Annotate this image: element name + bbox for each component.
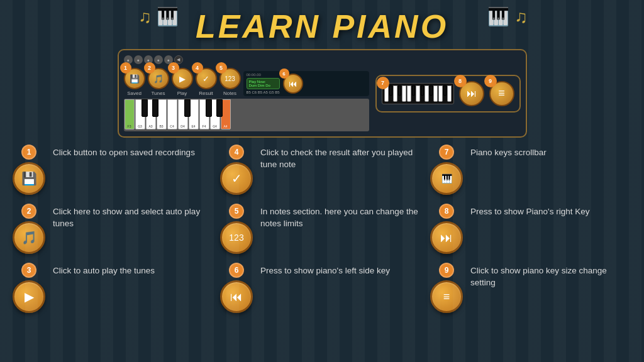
music-notes-right: 🎹 ♫ <box>487 6 528 27</box>
black-key-5[interactable] <box>216 99 223 117</box>
inst-6-icon[interactable]: ⏮ <box>220 280 253 313</box>
saved-label: Saved <box>127 90 142 96</box>
black-key-2[interactable] <box>152 99 158 117</box>
scrollbar-7-wrapper: 7 <box>382 83 454 104</box>
inst-2-icon[interactable]: 🎵 <box>13 221 45 254</box>
sk-bk-3 <box>412 85 415 96</box>
tunes-btn-mockup[interactable]: 2 🎵 Tunes <box>148 68 169 96</box>
key-group-6: F4 <box>199 99 209 131</box>
inst-7-icon[interactable]: 🎹 <box>430 162 463 195</box>
instruction-7: 7 🎹 Piano keys scrollbar <box>430 145 631 195</box>
notes-label: Notes <box>223 90 236 96</box>
badge-6: 6 <box>279 69 289 79</box>
sk-6 <box>425 85 429 102</box>
inst-1-btn-group: 1 💾 <box>13 145 45 195</box>
left-scroll-btn-wrapper: 6 ⏮ <box>283 74 303 94</box>
play-info: 00:00.00 Play Now: Dum Dim Do B5 C6 B5 A… <box>247 73 280 94</box>
result-btn-mockup[interactable]: 4 ✓ Result <box>196 68 217 96</box>
inst-badge-7: 7 <box>439 145 454 160</box>
badge-3: 3 <box>168 62 179 74</box>
inst-2-text: Click here to show and select auto play … <box>53 204 214 230</box>
sk-bk-5 <box>430 85 433 96</box>
sk-4 <box>407 85 411 102</box>
top-ui-panel: ● ● ● ● ● ◀ 1 💾 Saved 2 🎵 <box>0 49 644 138</box>
inst-2-btn-group: 2 🎵 <box>13 204 45 254</box>
mini-btn-2[interactable]: ● <box>134 55 143 64</box>
inst-9-icon[interactable]: ≡ <box>430 280 463 313</box>
result-label: Result <box>199 90 213 96</box>
sk-2 <box>393 85 397 102</box>
instruction-5: 5 123 In notes section. here you can cha… <box>220 204 424 254</box>
right-instructions: 7 🎹 Piano keys scrollbar 8 ⏭ Press to sh… <box>430 145 631 322</box>
instruction-8: 8 ⏭ Press to show Piano's right Key <box>430 204 631 254</box>
center-instructions: 4 ✓ Click to check the result after you … <box>214 145 430 322</box>
sk-bk-2 <box>398 85 401 96</box>
inst-6-btn-group: 6 ⏮ <box>220 263 253 313</box>
piano-display-area: 00:00.00 Play Now: Dum Dim Do B5 C6 B5 A… <box>243 71 369 96</box>
sk-bk-1 <box>389 85 392 96</box>
sk-8 <box>438 85 443 102</box>
inst-5-btn-group: 5 123 <box>220 204 253 254</box>
play-btn-mockup[interactable]: 3 ▶ Play <box>172 68 193 96</box>
inst-9-text: Click to show piano key size change sett… <box>470 263 631 289</box>
inst-8-icon[interactable]: ⏭ <box>430 221 463 254</box>
piano-ui-frame: ● ● ● ● ● ◀ 1 💾 Saved 2 🎵 <box>118 49 527 138</box>
black-key-4[interactable] <box>206 99 212 117</box>
notes-btn-mockup[interactable]: 5 123 Notes <box>219 68 241 96</box>
instruction-3: 3 ▶ Click to auto play the tunes <box>13 263 214 313</box>
main-content: 1 💾 Click button to open saved recording… <box>0 141 644 322</box>
sk-7 <box>433 85 438 102</box>
black-key-1[interactable] <box>142 99 148 117</box>
music-notes-left: ♫ 🎹 <box>138 6 179 27</box>
inst-3-icon[interactable]: ▶ <box>13 280 45 313</box>
instruction-6: 6 ⏮ Press to show piano's left side key <box>220 263 424 313</box>
inst-4-text: Click to check the result after you play… <box>260 145 424 171</box>
song-name: Dum Dim Do <box>249 84 277 87</box>
button-row: ● ● ● ● ● ◀ <box>124 55 369 65</box>
tunes-label: Tunes <box>152 90 165 96</box>
key-c4[interactable]: C4 <box>167 99 177 129</box>
play-label: Play <box>177 90 187 96</box>
inst-3-btn-group: 3 ▶ <box>13 263 45 313</box>
instruction-1: 1 💾 Click button to open saved recording… <box>13 145 214 195</box>
instruction-4: 4 ✓ Click to check the result after you … <box>220 145 424 195</box>
badge-9: 9 <box>484 75 497 87</box>
instruction-9: 9 ≡ Click to show piano key size change … <box>430 263 631 313</box>
inst-badge-2: 2 <box>21 204 36 219</box>
menu-btn-wrapper: 9 ≡ <box>489 81 514 106</box>
play-now-box: Play Now: Dum Dim Do <box>247 78 280 89</box>
note-display: B5 C6 B5 A5 G5 B5 <box>247 90 280 94</box>
badge-5: 5 <box>216 62 227 74</box>
left-instructions: 1 💾 Click button to open saved recording… <box>13 145 214 322</box>
key-f3[interactable]: F3 <box>125 99 135 129</box>
key-group-1: G3 <box>135 99 145 131</box>
inst-5-icon[interactable]: 123 <box>220 221 253 254</box>
inst-1-icon[interactable]: 💾 <box>13 162 45 195</box>
inst-badge-6: 6 <box>229 263 244 278</box>
saved-btn-mockup[interactable]: 1 💾 Saved <box>124 68 145 96</box>
badge-8: 8 <box>454 75 467 87</box>
inst-badge-4: 4 <box>229 145 244 160</box>
inst-badge-9: 9 <box>439 263 454 278</box>
badge-7: 7 <box>377 77 389 89</box>
title-area: ♫ 🎹 LEARN PIANO 🎹 ♫ <box>0 0 644 49</box>
inst-5-text: In notes section. here you can change th… <box>260 204 424 230</box>
badge-2: 2 <box>144 62 155 74</box>
badge-4: 4 <box>192 62 203 74</box>
inst-3-text: Click to auto play the tunes <box>53 263 155 277</box>
left-piano-section: ● ● ● ● ● ◀ 1 💾 Saved 2 🎵 <box>124 55 369 131</box>
sk-bk-6 <box>443 85 447 96</box>
mini-btn-4[interactable]: ● <box>154 55 163 64</box>
app-title: LEARN PIANO <box>196 8 448 45</box>
sk-bk-4 <box>421 85 424 96</box>
inst-6-text: Press to show piano's left side key <box>260 263 390 277</box>
inst-badge-3: 3 <box>21 263 36 278</box>
instruction-2: 2 🎵 Click here to show and select auto p… <box>13 204 214 254</box>
black-key-3[interactable] <box>184 99 191 117</box>
mini-piano-keys <box>382 83 454 104</box>
key-group-3: C4 <box>167 99 177 131</box>
inst-4-icon[interactable]: ✓ <box>220 162 253 195</box>
inst-badge-8: 8 <box>439 204 454 219</box>
inst-badge-1: 1 <box>21 145 36 160</box>
inst-9-btn-group: 9 ≡ <box>430 263 463 313</box>
